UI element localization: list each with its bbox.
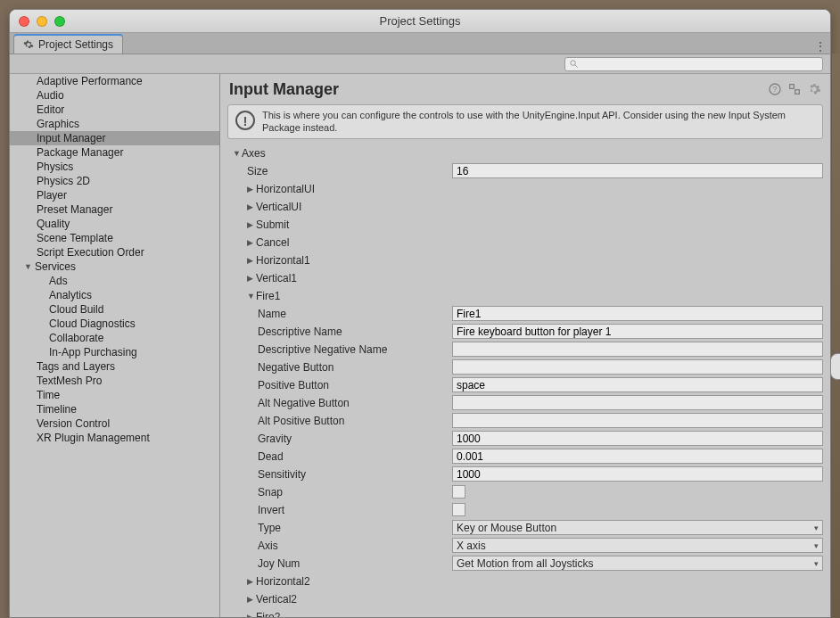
sidebar-item-label: Physics [37,161,73,173]
sidebar-item-label: Cloud Build [49,303,103,316]
sidebar-item-time[interactable]: Time [10,388,219,402]
sidebar-item-scene-template[interactable]: Scene Template [10,231,219,245]
chevron-right-icon[interactable]: ▶ [247,238,256,247]
sidebar-item-in-app-purchasing[interactable]: In-App Purchasing [10,345,219,359]
alt-negative-button-field[interactable] [452,395,823,410]
sidebar-item-quality[interactable]: Quality [10,217,219,231]
property-row: Name [227,305,823,323]
chevron-right-icon[interactable]: ▶ [247,202,256,211]
sidebar-item-label: Script Execution Order [37,246,144,259]
chevron-right-icon[interactable]: ▶ [247,274,256,283]
positive-button-field[interactable] [452,377,823,392]
sidebar-item-script-execution-order[interactable]: Script Execution Order [10,245,219,260]
size-input[interactable] [452,163,823,178]
property-label: Type [227,522,452,534]
joy-num-field[interactable]: Get Motion from all Joysticks▾ [452,556,823,571]
sidebar-item-player[interactable]: Player [10,188,219,202]
dead-field[interactable] [452,449,823,464]
property-label: ▶Horizontal1 [227,254,452,267]
chevron-down-icon[interactable]: ▼ [24,262,33,271]
property-label: Descriptive Name [227,325,452,338]
sidebar-item-services[interactable]: ▼Services [10,260,219,274]
minimize-icon[interactable] [37,16,47,27]
sidebar-item-label: Collaborate [49,332,103,344]
gravity-field[interactable] [452,431,823,446]
svg-line-1 [575,65,578,68]
property-row: Snap [227,483,823,501]
property-label: ▼Axes [227,147,452,160]
sidebar-item-label: Player [37,189,67,202]
maximize-icon[interactable] [54,16,65,27]
axis-field[interactable]: X axis▾ [452,538,823,553]
sidebar-item-analytics[interactable]: Analytics [10,288,219,302]
sidebar-item-physics[interactable]: Physics [10,160,219,174]
sidebar-item-label: In-App Purchasing [49,346,137,358]
property-row: Negative Button [227,358,823,376]
chevron-down-icon[interactable]: ▼ [247,292,256,301]
property-row: Joy NumGet Motion from all Joysticks▾ [227,555,823,573]
chevron-right-icon[interactable]: ▶ [247,595,256,604]
property-label: ▼Fire1 [227,290,452,302]
property-label: Sensitivity [227,468,452,481]
tab-menu-icon[interactable]: ⋮ [811,39,830,54]
sidebar-item-label: Input Manager [37,132,105,144]
sidebar-item-graphics[interactable]: Graphics [10,117,219,131]
sidebar-item-preset-manager[interactable]: Preset Manager [10,202,219,217]
invert-field[interactable] [452,503,465,516]
snap-field[interactable] [452,485,465,499]
property-label: Joy Num [227,557,452,570]
chevron-right-icon[interactable]: ▶ [247,613,256,617]
sidebar-item-package-manager[interactable]: Package Manager [10,145,219,160]
inspector-scroll[interactable]: ▼AxesSize▶HorizontalUI▶VerticalUI▶Submit… [220,144,830,617]
chevron-right-icon[interactable]: ▶ [247,220,256,229]
settings-icon[interactable] [807,82,821,96]
sidebar-item-xr-plugin-management[interactable]: XR Plugin Management [10,431,219,445]
sidebar-item-tags-and-layers[interactable]: Tags and Layers [10,359,219,374]
sidebar-item-audio[interactable]: Audio [10,88,219,103]
svg-rect-4 [790,85,795,89]
sidebar-item-label: Services [35,260,76,273]
search-field[interactable] [582,59,819,70]
chevron-right-icon[interactable]: ▶ [247,256,256,265]
sidebar-item-physics-2d[interactable]: Physics 2D [10,174,219,188]
sidebar[interactable]: Adaptive PerformanceAudioEditorGraphicsI… [10,74,220,617]
property-row: Size [227,162,823,180]
descriptive-name-field[interactable] [452,324,823,339]
svg-text:?: ? [773,85,778,94]
help-icon[interactable]: ? [768,82,782,96]
property-row: TypeKey or Mouse Button▾ [227,519,823,537]
chevron-right-icon[interactable]: ▶ [247,577,256,586]
sidebar-item-input-manager[interactable]: Input Manager [10,131,219,145]
sidebar-item-version-control[interactable]: Version Control [10,416,219,431]
name-field[interactable] [452,306,823,321]
chevron-down-icon[interactable]: ▼ [233,149,242,158]
chevron-right-icon[interactable]: ▶ [247,185,256,194]
property-label: Gravity [227,433,452,445]
type-field[interactable]: Key or Mouse Button▾ [452,520,823,535]
property-label: Negative Button [227,361,452,374]
sidebar-item-collaborate[interactable]: Collaborate [10,331,219,345]
negative-button-field[interactable] [452,359,823,375]
property-row: Alt Positive Button [227,412,823,430]
preset-icon[interactable] [787,82,802,96]
property-label: Alt Positive Button [227,415,452,427]
descriptive-negative-name-field[interactable] [452,342,823,357]
titlebar: Project Settings [10,10,830,33]
sidebar-item-cloud-build[interactable]: Cloud Build [10,302,219,317]
sidebar-item-label: Timeline [37,403,77,416]
sidebar-item-ads[interactable]: Ads [10,274,219,288]
sidebar-item-timeline[interactable]: Timeline [10,402,219,416]
tab-label: Project Settings [38,38,113,51]
close-icon[interactable] [19,16,29,27]
sensitivity-field[interactable] [452,466,823,482]
sidebar-item-cloud-diagnostics[interactable]: Cloud Diagnostics [10,317,219,331]
search-input[interactable] [564,57,823,71]
sidebar-item-textmesh-pro[interactable]: TextMesh Pro [10,374,219,388]
alt-positive-button-field[interactable] [452,413,823,428]
property-row: ▼Axes [227,144,823,162]
background-handle [830,353,840,380]
tab-project-settings[interactable]: Project Settings [13,34,123,54]
sidebar-item-editor[interactable]: Editor [10,103,219,117]
sidebar-item-label: Scene Template [37,232,113,244]
sidebar-item-adaptive-performance[interactable]: Adaptive Performance [10,74,219,88]
